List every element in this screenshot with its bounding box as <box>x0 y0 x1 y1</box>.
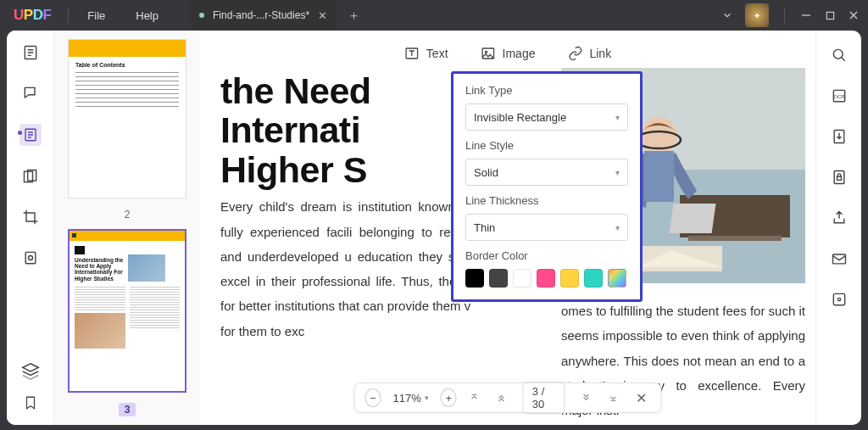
image-icon <box>481 46 496 61</box>
close-toolbar-button[interactable]: ✕ <box>632 390 651 406</box>
document-tab[interactable]: Find-and-...r-Studies* ✕ <box>191 0 336 31</box>
comment-tool-icon[interactable] <box>20 83 41 103</box>
tab-indicator-icon <box>199 13 204 18</box>
window-maximize-button[interactable] <box>824 9 836 21</box>
ocr-icon[interactable]: OCR <box>830 87 849 105</box>
edit-image-button[interactable]: Image <box>481 46 536 61</box>
left-tool-rail <box>7 31 54 425</box>
line-style-label: Line Style <box>465 139 628 152</box>
page-thumbnail[interactable]: Understanding the Need to Apply Internat… <box>68 229 186 393</box>
crop-tool-icon[interactable] <box>20 207 41 227</box>
chevron-down-icon: ▾ <box>615 168 620 177</box>
tab-close-icon[interactable]: ✕ <box>318 9 327 22</box>
convert-icon[interactable] <box>830 127 849 146</box>
svg-rect-11 <box>25 252 36 263</box>
first-page-button[interactable] <box>465 392 484 404</box>
color-swatch-white[interactable] <box>513 269 531 288</box>
svg-rect-38 <box>837 176 841 180</box>
page-number: 3 <box>119 403 136 416</box>
color-swatch-dark[interactable] <box>489 269 508 288</box>
color-swatch-black[interactable] <box>465 269 484 288</box>
svg-line-33 <box>841 58 844 61</box>
zoom-level[interactable]: 117% ▾ <box>390 392 432 405</box>
chevron-down-icon: ▾ <box>425 394 429 402</box>
svg-rect-22 <box>688 236 782 241</box>
thumb-toc-title: Table of Contents <box>75 62 179 68</box>
edit-tool-icon[interactable] <box>19 124 42 146</box>
edit-link-label: Link <box>589 47 611 60</box>
print-icon[interactable] <box>830 290 849 309</box>
divider <box>68 8 69 23</box>
svg-rect-39 <box>832 254 845 264</box>
color-swatch-row <box>465 269 628 288</box>
prev-page-button[interactable] <box>492 392 511 404</box>
protect-icon[interactable] <box>830 168 849 187</box>
edit-text-label: Text <box>426 47 448 60</box>
menu-file[interactable]: File <box>72 9 120 22</box>
titlebar-dropdown-icon[interactable] <box>721 9 733 21</box>
text-icon <box>404 46 420 61</box>
link-type-select[interactable]: Invisible Rectangle▾ <box>465 103 628 131</box>
premium-badge-icon[interactable]: ✦ <box>745 3 769 27</box>
svg-rect-23 <box>670 204 716 233</box>
organize-tool-icon[interactable] <box>20 166 41 187</box>
edit-link-button[interactable]: Link <box>567 46 611 61</box>
svg-point-41 <box>837 298 840 300</box>
svg-text:OCR: OCR <box>833 94 844 99</box>
svg-rect-40 <box>833 293 844 304</box>
line-thickness-label: Line Thickness <box>465 194 628 207</box>
search-icon[interactable] <box>830 46 849 64</box>
chevron-down-icon: ▾ <box>615 113 620 122</box>
border-color-label: Border Color <box>465 249 628 262</box>
window-close-button[interactable] <box>848 9 860 21</box>
link-type-label: Link Type <box>465 84 628 97</box>
tab-title: Find-and-...r-Studies* <box>213 9 309 21</box>
color-swatch-pink[interactable] <box>537 269 555 288</box>
page-thumbnail[interactable]: Table of Contents <box>68 39 186 198</box>
svg-marker-13 <box>22 364 37 371</box>
svg-point-12 <box>28 256 32 260</box>
edit-toolbar: Text Image Link <box>389 37 626 70</box>
next-page-button[interactable] <box>577 392 596 404</box>
color-swatch-yellow[interactable] <box>560 269 579 288</box>
link-properties-panel: Link Type Invisible Rectangle▾ Line Styl… <box>451 71 643 302</box>
thumb-title: Understanding the Need to Apply Internat… <box>75 257 124 282</box>
edit-text-button[interactable]: Text <box>404 46 448 61</box>
tool-icon[interactable] <box>20 248 41 268</box>
last-page-button[interactable] <box>604 392 623 404</box>
zoom-in-button[interactable]: + <box>441 388 457 407</box>
document-canvas: Text Image Link the Need Internati Highe… <box>200 31 815 425</box>
zoom-out-button[interactable]: − <box>365 388 381 407</box>
reader-tool-icon[interactable] <box>20 42 41 63</box>
window-minimize-button[interactable] <box>800 9 812 21</box>
svg-point-32 <box>833 49 843 59</box>
svg-rect-1 <box>826 12 833 19</box>
line-style-select[interactable]: Solid▾ <box>465 159 628 186</box>
divider <box>784 8 785 23</box>
chevron-down-icon: ▾ <box>615 223 620 232</box>
app-logo: UPDF <box>14 7 51 24</box>
right-tool-rail: OCR <box>815 31 861 425</box>
page-nav-toolbar: − 117% ▾ + 3 / 30 ✕ <box>354 383 662 413</box>
email-icon[interactable] <box>830 249 849 268</box>
svg-rect-37 <box>834 171 844 184</box>
line-thickness-select[interactable]: Thin▾ <box>465 214 628 241</box>
thumbnail-panel: Table of Contents 2 Understanding the Ne… <box>54 31 200 425</box>
edit-image-label: Image <box>503 47 536 60</box>
svg-point-16 <box>485 51 487 53</box>
color-swatch-teal[interactable] <box>584 269 603 288</box>
color-swatch-custom[interactable] <box>608 269 626 288</box>
active-indicator <box>18 131 22 135</box>
menu-help[interactable]: Help <box>120 9 174 22</box>
page-number: 2 <box>125 209 131 221</box>
share-icon[interactable] <box>830 209 849 227</box>
bookmark-icon[interactable] <box>20 393 41 413</box>
layers-icon[interactable] <box>20 360 41 381</box>
new-tab-button[interactable]: ＋ <box>348 8 360 24</box>
link-icon <box>567 46 582 61</box>
page-indicator[interactable]: 3 / 30 <box>523 382 565 414</box>
svg-rect-27 <box>644 151 674 202</box>
